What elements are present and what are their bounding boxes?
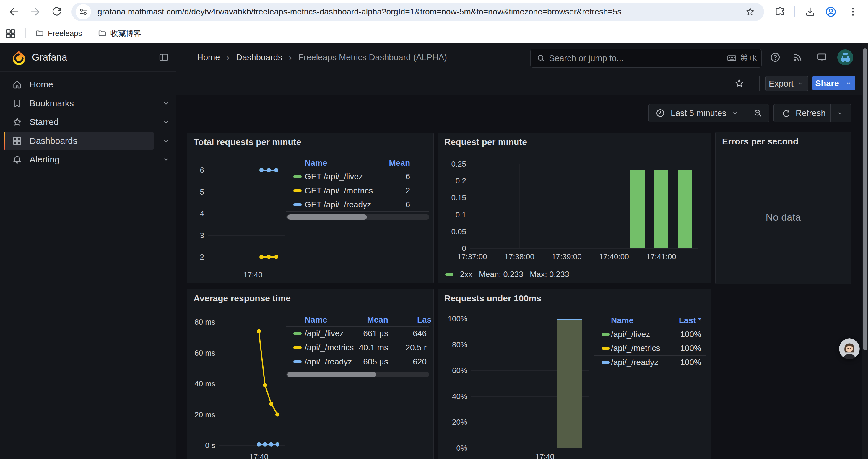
brand-name: Grafana [32, 43, 67, 71]
site-settings-icon[interactable] [78, 7, 88, 17]
sidebar-item-label: Alerting [30, 155, 60, 165]
legend-column-header[interactable]: Las [417, 315, 431, 325]
y-axis-label: 0.15 [438, 193, 466, 202]
sidebar-item-bookmarks[interactable]: Bookmarks [4, 95, 154, 112]
legend-hscrollbar-thumb[interactable] [287, 215, 367, 220]
time-range-picker[interactable]: Last 5 minutes [649, 104, 769, 122]
chevron-down-icon[interactable] [162, 118, 170, 126]
dashboard-subheader: Export Share [176, 71, 862, 95]
data-point [274, 255, 278, 259]
no-data-message: No data [716, 211, 851, 223]
gridline-vertical [567, 164, 567, 249]
data-point [263, 383, 267, 387]
sidebar: Grafana HomeBookmarksStarredDashboardsAl… [0, 43, 176, 459]
panel-title[interactable]: Errors per second [722, 136, 798, 146]
row-separator [286, 369, 429, 369]
legend-cell-value: 20.5 r [286, 343, 427, 352]
bookmarks-bar: Freeleaps收藏博客 [0, 24, 868, 43]
legend-cell-value: 6 [286, 200, 410, 209]
favorite-star-icon[interactable] [734, 78, 744, 88]
legend-cell-value: 6 [286, 172, 410, 182]
refresh-button[interactable]: Refresh [773, 104, 851, 122]
search-input[interactable] [548, 49, 715, 67]
legend-table: NameLast */api/_/livez100%/api/_/metrics… [594, 289, 706, 459]
bar-chart[interactable]: 0.250.20.150.10.05017:37:0017:38:0017:39… [438, 133, 711, 283]
sidebar-item-dashboards[interactable]: Dashboards [4, 132, 154, 150]
back-icon[interactable] [8, 6, 20, 18]
bookmark-item[interactable]: 收藏博客 [97, 28, 141, 39]
export-button[interactable]: Export [766, 76, 808, 91]
share-button[interactable]: Share [812, 76, 855, 90]
data-point [275, 413, 279, 417]
toolbar-divider [795, 6, 795, 17]
bookmark-label: Freeleaps [48, 29, 82, 38]
forward-icon[interactable] [29, 6, 41, 18]
sidebar-item-starred[interactable]: Starred [4, 113, 154, 131]
news-rss-icon[interactable] [793, 52, 804, 63]
refresh-interval-chevron[interactable] [836, 109, 843, 117]
address-bar[interactable]: grafana.mathmast.com/d/deytv4rwavabkb/fr… [71, 3, 764, 21]
x-axis-label: 17:39:00 [552, 252, 582, 261]
row-separator [594, 355, 706, 356]
bar [557, 319, 582, 448]
help-icon[interactable] [770, 52, 781, 63]
gridline [470, 249, 699, 249]
search-box[interactable]: ⌘+k [530, 49, 762, 68]
share-menu-chevron[interactable] [842, 76, 855, 90]
chevron-down-icon[interactable] [162, 137, 170, 145]
bookmark-star-icon[interactable] [745, 7, 755, 17]
legend-max: Max: 0.233 [530, 270, 569, 279]
screen: grafana.mathmast.com/d/deytv4rwavabkb/fr… [0, 0, 868, 459]
extensions-icon[interactable] [774, 6, 785, 18]
legend-cell-value: 646 [286, 329, 427, 338]
data-point [257, 329, 261, 333]
bar [654, 169, 668, 249]
legend-column-header[interactable]: Mean [286, 315, 388, 325]
x-axis-label: 17:40:00 [599, 252, 629, 261]
x-axis-label: 17:41:00 [646, 252, 676, 261]
row-separator [594, 327, 706, 327]
search-shortcut: ⌘+k [726, 49, 756, 67]
chevron-down-icon[interactable] [162, 99, 170, 107]
sidebar-header: Grafana [0, 43, 176, 72]
reload-icon[interactable] [51, 6, 63, 18]
chevron-down-icon[interactable] [162, 155, 170, 164]
url-text[interactable]: grafana.mathmast.com/d/deytv4rwavabkb/fr… [97, 3, 621, 21]
series-swatch[interactable] [445, 273, 454, 276]
downloads-icon[interactable] [804, 6, 816, 18]
bookmark-item[interactable]: Freeleaps [35, 29, 82, 38]
y-axis-label: 20% [438, 418, 467, 427]
collapse-sidebar-icon[interactable] [158, 52, 169, 63]
bookmarks-list: Freeleaps收藏博客 [35, 24, 141, 43]
row-separator [286, 326, 429, 327]
apps-grid-icon[interactable] [5, 28, 17, 40]
user-avatar[interactable] [837, 49, 853, 65]
breadcrumb-item[interactable]: Home [197, 53, 220, 62]
bookmark-icon [12, 98, 23, 109]
legend-column-header[interactable]: Last * [594, 316, 701, 325]
page-scrollbar-thumb[interactable] [863, 48, 867, 350]
x-axis-label: 17:38:00 [504, 252, 534, 261]
floating-assistant-avatar[interactable] [839, 338, 860, 359]
tv-mode-icon[interactable] [816, 52, 828, 63]
y-axis-label: 0.05 [438, 227, 466, 236]
breadcrumb-item[interactable]: Dashboards [236, 53, 282, 62]
sidebar-item-home[interactable]: Home [4, 76, 154, 93]
legend-column-header[interactable]: Mean [286, 158, 410, 168]
browser-menu-icon[interactable] [847, 6, 859, 18]
profile-icon[interactable] [825, 6, 837, 18]
dashboards-grid-icon [12, 136, 23, 146]
legend-hscrollbar-thumb[interactable] [287, 372, 376, 377]
sidebar-item-alerting[interactable]: Alerting [4, 151, 154, 168]
zoom-out-icon[interactable] [753, 108, 763, 118]
legend-series-name[interactable]: 2xx [460, 270, 472, 279]
site-settings-circle[interactable] [75, 4, 91, 20]
y-axis-label: 100% [438, 314, 467, 323]
panel-requests-under-100ms: Requests under 100ms 100%80%60%40%20%0%1… [438, 289, 711, 459]
home-icon [12, 79, 23, 90]
sidebar-item-label: Home [30, 79, 53, 90]
legend-cell-value: 100% [594, 343, 701, 353]
row-separator [594, 341, 706, 341]
grafana-logo[interactable] [11, 49, 27, 66]
row-separator [286, 340, 429, 341]
